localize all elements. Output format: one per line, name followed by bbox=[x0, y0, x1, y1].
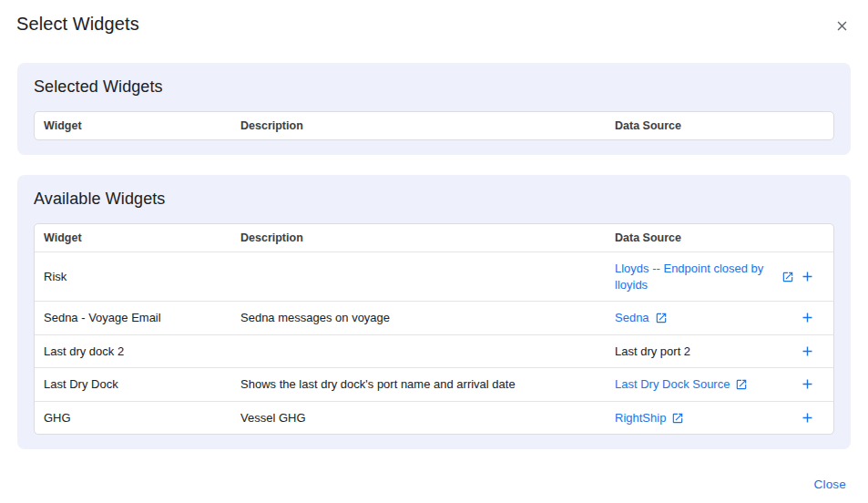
widget-table-row: Sedna - Voyage Email Sedna messages on v… bbox=[35, 301, 833, 334]
open-in-new-icon[interactable] bbox=[671, 412, 684, 425]
widget-description: Vessel GHG bbox=[231, 402, 606, 435]
close-dialog-button[interactable]: Close bbox=[813, 477, 846, 491]
column-header-widget: Widget bbox=[35, 112, 231, 139]
data-source-cell: Last dry port 2 bbox=[606, 335, 833, 368]
available-widgets-table: Widget Description Data Source Risk Lloy… bbox=[34, 223, 834, 435]
available-widgets-panel: Available Widgets Widget Description Dat… bbox=[17, 175, 851, 449]
widget-description: Sedna messages on voyage bbox=[231, 302, 606, 334]
modal-title: Select Widgets bbox=[16, 14, 139, 35]
column-header-data-source: Data Source bbox=[606, 224, 833, 252]
add-widget-button[interactable] bbox=[800, 344, 815, 359]
widget-name: Last dry dock 2 bbox=[35, 335, 231, 368]
table-header: Widget Description Data Source bbox=[35, 112, 833, 139]
modal-header: Select Widgets bbox=[0, 0, 868, 36]
data-source-cell: RightShip bbox=[606, 402, 833, 435]
widget-name: Risk bbox=[35, 261, 231, 293]
selected-widgets-title: Selected Widgets bbox=[34, 77, 834, 97]
data-source-cell: Lloyds -- Endpoint closed by lloyids bbox=[606, 252, 833, 301]
widget-table-row: Last dry dock 2 Last dry port 2 bbox=[35, 334, 833, 368]
widget-table-row: GHG Vessel GHG RightShip bbox=[35, 401, 833, 435]
add-widget-button[interactable] bbox=[800, 410, 815, 426]
open-in-new-icon[interactable] bbox=[655, 312, 668, 324]
available-widgets-title: Available Widgets bbox=[34, 190, 834, 209]
table-header: Widget Description Data Source bbox=[35, 224, 833, 252]
widget-name: Sedna - Voyage Email bbox=[35, 302, 231, 334]
modal-footer: Close bbox=[813, 476, 846, 492]
data-source-link[interactable]: Last Dry Dock Source bbox=[615, 376, 730, 393]
column-header-description: Description bbox=[231, 112, 606, 139]
data-source-link[interactable]: Lloyds -- Endpoint closed by lloyids bbox=[615, 261, 776, 293]
available-widgets-rows: Risk Lloyds -- Endpoint closed by lloyid… bbox=[35, 252, 833, 434]
add-widget-button[interactable] bbox=[800, 376, 815, 392]
selected-widgets-panel: Selected Widgets Widget Description Data… bbox=[17, 63, 851, 155]
widget-table-row: Risk Lloyds -- Endpoint closed by lloyid… bbox=[35, 252, 833, 301]
column-header-widget: Widget bbox=[35, 224, 231, 252]
data-source-cell: Last Dry Dock Source bbox=[606, 368, 833, 401]
open-in-new-icon[interactable] bbox=[735, 378, 748, 391]
column-header-data-source: Data Source bbox=[606, 112, 833, 139]
data-source-link[interactable]: RightShip bbox=[615, 410, 666, 426]
widget-description bbox=[231, 261, 606, 293]
widget-name: Last Dry Dock bbox=[35, 368, 231, 401]
open-in-new-icon[interactable] bbox=[781, 271, 794, 283]
widget-description: Shows the last dry dock's port name and … bbox=[231, 368, 606, 401]
close-button[interactable] bbox=[832, 16, 852, 36]
widget-description bbox=[231, 335, 606, 367]
selected-widgets-table: Widget Description Data Source bbox=[34, 111, 834, 140]
add-widget-button[interactable] bbox=[800, 269, 815, 284]
widget-name: GHG bbox=[35, 402, 231, 435]
data-source-link[interactable]: Sedna bbox=[615, 310, 649, 326]
close-icon bbox=[834, 23, 850, 36]
widget-table-row: Last Dry Dock Shows the last dry dock's … bbox=[35, 367, 833, 401]
data-source-text: Last dry port 2 bbox=[615, 344, 690, 360]
add-widget-button[interactable] bbox=[800, 310, 815, 325]
column-header-description: Description bbox=[231, 224, 606, 252]
data-source-cell: Sedna bbox=[606, 302, 833, 334]
